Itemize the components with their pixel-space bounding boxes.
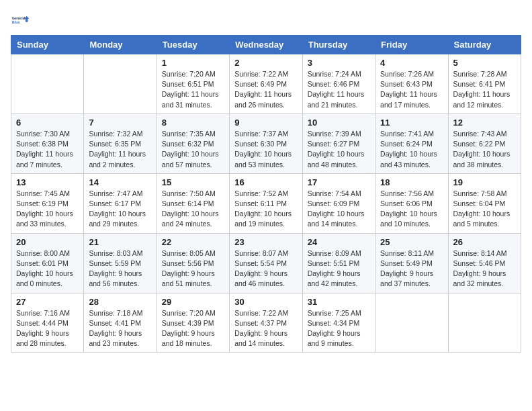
day-number: 1	[162, 58, 224, 68]
day-detail: Sunrise: 7:16 AM Sunset: 4:44 PM Dayligh…	[16, 308, 79, 349]
day-detail: Sunrise: 7:22 AM Sunset: 6:49 PM Dayligh…	[234, 69, 297, 110]
calendar-cell: 28Sunrise: 7:18 AM Sunset: 4:41 PM Dayli…	[84, 293, 157, 353]
col-header-tuesday: Tuesday	[157, 36, 229, 54]
col-header-monday: Monday	[84, 36, 157, 54]
day-number: 23	[234, 237, 297, 247]
day-number: 15	[162, 177, 224, 187]
day-number: 7	[89, 118, 151, 128]
day-number: 10	[308, 118, 370, 128]
day-detail: Sunrise: 7:30 AM Sunset: 6:38 PM Dayligh…	[16, 129, 79, 170]
page-header: GeneralBlue	[11, 11, 521, 30]
day-number: 9	[234, 118, 297, 128]
calendar-cell: 19Sunrise: 7:58 AM Sunset: 6:04 PM Dayli…	[448, 173, 521, 233]
calendar-cell: 12Sunrise: 7:43 AM Sunset: 6:22 PM Dayli…	[448, 113, 521, 173]
day-number: 14	[89, 177, 151, 187]
day-number: 13	[16, 177, 79, 187]
day-number: 22	[162, 237, 224, 247]
day-detail: Sunrise: 8:11 AM Sunset: 5:49 PM Dayligh…	[380, 248, 443, 289]
logo: GeneralBlue	[11, 11, 31, 30]
day-detail: Sunrise: 8:03 AM Sunset: 5:59 PM Dayligh…	[89, 248, 151, 289]
svg-text:General: General	[12, 16, 26, 20]
day-detail: Sunrise: 7:20 AM Sunset: 6:51 PM Dayligh…	[162, 69, 224, 110]
calendar-cell: 25Sunrise: 8:11 AM Sunset: 5:49 PM Dayli…	[375, 233, 448, 293]
day-number: 30	[234, 297, 297, 307]
calendar-week-row: 20Sunrise: 8:00 AM Sunset: 6:01 PM Dayli…	[11, 233, 521, 293]
calendar-cell: 4Sunrise: 7:26 AM Sunset: 6:43 PM Daylig…	[375, 54, 448, 114]
calendar-cell: 24Sunrise: 8:09 AM Sunset: 5:51 PM Dayli…	[302, 233, 375, 293]
day-detail: Sunrise: 8:05 AM Sunset: 5:56 PM Dayligh…	[162, 248, 224, 289]
col-header-thursday: Thursday	[302, 36, 375, 54]
day-detail: Sunrise: 7:20 AM Sunset: 4:39 PM Dayligh…	[162, 308, 224, 349]
day-detail: Sunrise: 7:25 AM Sunset: 4:34 PM Dayligh…	[308, 308, 370, 349]
calendar-cell: 13Sunrise: 7:45 AM Sunset: 6:19 PM Dayli…	[11, 173, 84, 233]
calendar-cell: 31Sunrise: 7:25 AM Sunset: 4:34 PM Dayli…	[302, 293, 375, 353]
day-number: 8	[162, 118, 224, 128]
day-detail: Sunrise: 8:09 AM Sunset: 5:51 PM Dayligh…	[308, 248, 370, 289]
calendar-cell: 3Sunrise: 7:24 AM Sunset: 6:46 PM Daylig…	[302, 54, 375, 114]
col-header-friday: Friday	[375, 36, 448, 54]
day-number: 26	[453, 237, 516, 247]
calendar-cell: 18Sunrise: 7:56 AM Sunset: 6:06 PM Dayli…	[375, 173, 448, 233]
day-detail: Sunrise: 8:14 AM Sunset: 5:46 PM Dayligh…	[453, 248, 516, 289]
day-number: 29	[162, 297, 224, 307]
col-header-saturday: Saturday	[448, 36, 521, 54]
day-number: 3	[308, 58, 370, 68]
calendar-table: SundayMondayTuesdayWednesdayThursdayFrid…	[11, 35, 521, 353]
calendar-cell: 10Sunrise: 7:39 AM Sunset: 6:27 PM Dayli…	[302, 113, 375, 173]
calendar-cell: 8Sunrise: 7:35 AM Sunset: 6:32 PM Daylig…	[157, 113, 229, 173]
day-number: 4	[380, 58, 443, 68]
calendar-cell: 1Sunrise: 7:20 AM Sunset: 6:51 PM Daylig…	[157, 54, 229, 114]
calendar-cell: 6Sunrise: 7:30 AM Sunset: 6:38 PM Daylig…	[11, 113, 84, 173]
day-detail: Sunrise: 7:58 AM Sunset: 6:04 PM Dayligh…	[453, 189, 516, 230]
day-number: 2	[234, 58, 297, 68]
day-detail: Sunrise: 8:07 AM Sunset: 5:54 PM Dayligh…	[234, 248, 297, 289]
day-detail: Sunrise: 7:26 AM Sunset: 6:43 PM Dayligh…	[380, 69, 443, 110]
calendar-week-row: 6Sunrise: 7:30 AM Sunset: 6:38 PM Daylig…	[11, 113, 521, 173]
calendar-cell: 7Sunrise: 7:32 AM Sunset: 6:35 PM Daylig…	[84, 113, 157, 173]
calendar-cell	[375, 293, 448, 353]
calendar-cell: 9Sunrise: 7:37 AM Sunset: 6:30 PM Daylig…	[230, 113, 302, 173]
day-number: 24	[308, 237, 370, 247]
day-detail: Sunrise: 7:35 AM Sunset: 6:32 PM Dayligh…	[162, 129, 224, 170]
day-number: 18	[380, 177, 443, 187]
day-detail: Sunrise: 7:54 AM Sunset: 6:09 PM Dayligh…	[308, 189, 370, 230]
day-number: 25	[380, 237, 443, 247]
day-detail: Sunrise: 7:28 AM Sunset: 6:41 PM Dayligh…	[453, 69, 516, 110]
day-number: 28	[89, 297, 151, 307]
calendar-cell: 5Sunrise: 7:28 AM Sunset: 6:41 PM Daylig…	[448, 54, 521, 114]
day-detail: Sunrise: 7:56 AM Sunset: 6:06 PM Dayligh…	[380, 189, 443, 230]
calendar-week-row: 27Sunrise: 7:16 AM Sunset: 4:44 PM Dayli…	[11, 293, 521, 353]
calendar-cell: 14Sunrise: 7:47 AM Sunset: 6:17 PM Dayli…	[84, 173, 157, 233]
calendar-cell: 26Sunrise: 8:14 AM Sunset: 5:46 PM Dayli…	[448, 233, 521, 293]
calendar-cell: 23Sunrise: 8:07 AM Sunset: 5:54 PM Dayli…	[230, 233, 302, 293]
day-detail: Sunrise: 7:32 AM Sunset: 6:35 PM Dayligh…	[89, 129, 151, 170]
day-detail: Sunrise: 7:41 AM Sunset: 6:24 PM Dayligh…	[380, 129, 443, 170]
calendar-cell: 20Sunrise: 8:00 AM Sunset: 6:01 PM Dayli…	[11, 233, 84, 293]
calendar-cell: 30Sunrise: 7:22 AM Sunset: 4:37 PM Dayli…	[230, 293, 302, 353]
calendar-cell: 16Sunrise: 7:52 AM Sunset: 6:11 PM Dayli…	[230, 173, 302, 233]
calendar-cell: 11Sunrise: 7:41 AM Sunset: 6:24 PM Dayli…	[375, 113, 448, 173]
day-detail: Sunrise: 7:50 AM Sunset: 6:14 PM Dayligh…	[162, 189, 224, 230]
day-number: 12	[453, 118, 516, 128]
col-header-wednesday: Wednesday	[230, 36, 302, 54]
calendar-cell: 17Sunrise: 7:54 AM Sunset: 6:09 PM Dayli…	[302, 173, 375, 233]
day-detail: Sunrise: 7:52 AM Sunset: 6:11 PM Dayligh…	[234, 189, 297, 230]
day-detail: Sunrise: 7:22 AM Sunset: 4:37 PM Dayligh…	[234, 308, 297, 349]
day-detail: Sunrise: 7:18 AM Sunset: 4:41 PM Dayligh…	[89, 308, 151, 349]
calendar-cell: 15Sunrise: 7:50 AM Sunset: 6:14 PM Dayli…	[157, 173, 229, 233]
day-detail: Sunrise: 8:00 AM Sunset: 6:01 PM Dayligh…	[16, 248, 79, 289]
day-detail: Sunrise: 7:24 AM Sunset: 6:46 PM Dayligh…	[308, 69, 370, 110]
col-header-sunday: Sunday	[11, 36, 84, 54]
day-detail: Sunrise: 7:43 AM Sunset: 6:22 PM Dayligh…	[453, 129, 516, 170]
calendar-cell: 29Sunrise: 7:20 AM Sunset: 4:39 PM Dayli…	[157, 293, 229, 353]
calendar-cell: 2Sunrise: 7:22 AM Sunset: 6:49 PM Daylig…	[230, 54, 302, 114]
logo-icon: GeneralBlue	[12, 11, 31, 30]
day-detail: Sunrise: 7:39 AM Sunset: 6:27 PM Dayligh…	[308, 129, 370, 170]
day-number: 31	[308, 297, 370, 307]
day-detail: Sunrise: 7:37 AM Sunset: 6:30 PM Dayligh…	[234, 129, 297, 170]
day-detail: Sunrise: 7:45 AM Sunset: 6:19 PM Dayligh…	[16, 189, 79, 230]
calendar-header-row: SundayMondayTuesdayWednesdayThursdayFrid…	[11, 36, 521, 54]
calendar-cell: 21Sunrise: 8:03 AM Sunset: 5:59 PM Dayli…	[84, 233, 157, 293]
day-number: 19	[453, 177, 516, 187]
calendar-cell: 22Sunrise: 8:05 AM Sunset: 5:56 PM Dayli…	[157, 233, 229, 293]
